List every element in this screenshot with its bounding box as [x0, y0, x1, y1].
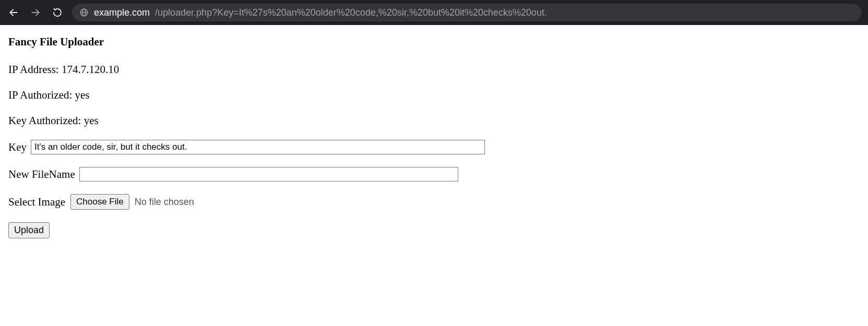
reload-icon: [52, 7, 63, 18]
key-label: Key: [8, 141, 27, 154]
forward-button[interactable]: [28, 5, 43, 20]
upload-button[interactable]: Upload: [8, 222, 50, 238]
key-authorized-label: Key Authorized:: [8, 114, 84, 127]
ip-authorized-line: IP Authorized: yes: [8, 89, 860, 102]
page-body: Fancy File Uploader IP Address: 174.7.12…: [0, 25, 868, 258]
back-button[interactable]: [6, 5, 21, 20]
url-path: /uploader.php?Key=It%27s%20an%20older%20…: [155, 7, 547, 18]
arrow-left-icon: [8, 7, 19, 18]
url-domain: example.com: [94, 7, 150, 18]
filename-row: New FileName: [8, 167, 860, 182]
key-authorized-value: yes: [84, 114, 99, 127]
globe-icon: [79, 8, 89, 17]
reload-button[interactable]: [50, 5, 65, 20]
ip-address-line: IP Address: 174.7.120.10: [8, 63, 860, 76]
filename-input[interactable]: [79, 167, 458, 182]
address-bar[interactable]: example.com/uploader.php?Key=It%27s%20an…: [72, 4, 862, 21]
arrow-right-icon: [30, 7, 41, 18]
browser-toolbar: example.com/uploader.php?Key=It%27s%20an…: [0, 0, 868, 25]
key-input[interactable]: [31, 140, 485, 154]
key-authorized-line: Key Authorized: yes: [8, 114, 860, 127]
choose-file-button[interactable]: Choose File: [70, 194, 129, 210]
file-chosen-status: No file chosen: [135, 197, 194, 208]
ip-address-value: 174.7.120.10: [62, 63, 119, 76]
key-row: Key: [8, 140, 860, 154]
ip-authorized-label: IP Authorized:: [8, 89, 75, 101]
select-image-label: Select Image: [8, 196, 65, 209]
select-image-row: Select Image Choose File No file chosen: [8, 194, 860, 210]
ip-authorized-value: yes: [75, 89, 90, 101]
filename-label: New FileName: [8, 168, 75, 181]
page-title: Fancy File Uploader: [8, 35, 860, 49]
ip-address-label: IP Address:: [8, 63, 62, 76]
submit-row: Upload: [8, 222, 860, 238]
